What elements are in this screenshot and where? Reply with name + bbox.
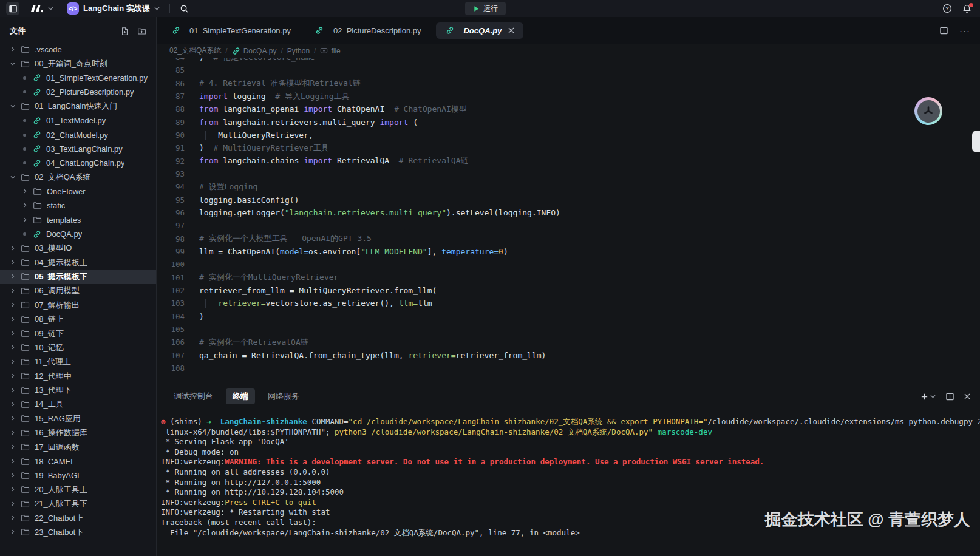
tree-item[interactable]: 02_文档QA系统 bbox=[0, 171, 156, 185]
breadcrumb-item[interactable]: file bbox=[320, 47, 340, 55]
split-panel-icon[interactable] bbox=[945, 392, 954, 401]
panel-tab[interactable]: 终端 bbox=[226, 388, 255, 404]
line-number: 103 bbox=[157, 299, 185, 308]
tree-item[interactable]: 18_CAMEL bbox=[0, 454, 156, 468]
tree-item[interactable]: 02_PictureDescription.py bbox=[0, 85, 156, 99]
chevron-right-icon[interactable] bbox=[10, 529, 16, 535]
tree-item[interactable]: 02_ChatModel.py bbox=[0, 127, 156, 141]
tree-item[interactable]: 01_TextModel.py bbox=[0, 114, 156, 127]
panel-tab[interactable]: 调试控制台 bbox=[167, 388, 220, 404]
chevron-right-icon[interactable] bbox=[22, 217, 29, 223]
chevron-right-icon[interactable] bbox=[22, 202, 29, 209]
tree-item[interactable]: 15_RAG应用 bbox=[0, 412, 156, 425]
breadcrumb-item[interactable]: Python bbox=[287, 47, 310, 55]
chevron-right-icon[interactable] bbox=[10, 359, 16, 365]
close-icon[interactable] bbox=[508, 27, 514, 33]
python-file-icon bbox=[445, 26, 454, 35]
tree-item[interactable]: 04_提示模板上 bbox=[0, 256, 156, 270]
chevron-right-icon[interactable] bbox=[10, 486, 16, 493]
panel-tab[interactable]: 网络服务 bbox=[261, 388, 306, 404]
new-file-icon[interactable] bbox=[120, 27, 129, 36]
code-line: 104) bbox=[157, 310, 980, 323]
tree-item[interactable]: 17_回调函数 bbox=[0, 440, 156, 454]
tree-item[interactable]: .vscode bbox=[0, 42, 156, 56]
chevron-right-icon[interactable] bbox=[10, 458, 16, 465]
tree-item[interactable]: 05_提示模板下 bbox=[0, 270, 156, 283]
tree-item[interactable]: 16_操作数据库 bbox=[0, 426, 156, 440]
tree-item[interactable]: 12_代理中 bbox=[0, 369, 156, 383]
chevron-right-icon[interactable] bbox=[10, 430, 16, 436]
tree-item[interactable]: OneFlower bbox=[0, 185, 156, 198]
chevron-right-icon[interactable] bbox=[10, 259, 16, 266]
chevron-right-icon[interactable] bbox=[10, 302, 16, 308]
chevron-right-icon[interactable] bbox=[10, 373, 16, 379]
layout-toggle-button[interactable] bbox=[6, 2, 19, 15]
tree-item[interactable]: 08_链上 bbox=[0, 312, 156, 326]
tree-item[interactable]: 09_链下 bbox=[0, 327, 156, 341]
editor-tab[interactable]: DocQA.py bbox=[436, 22, 523, 39]
ai-assistant-button[interactable] bbox=[914, 97, 942, 125]
close-panel-icon[interactable] bbox=[964, 393, 970, 399]
chevron-right-icon[interactable] bbox=[10, 444, 16, 450]
terminal-output[interactable]: ⊗ (shims) → LangChain-shizhanke COMMAND=… bbox=[157, 407, 980, 556]
new-folder-icon[interactable] bbox=[137, 27, 146, 36]
tree-item[interactable]: 06_调用模型 bbox=[0, 284, 156, 298]
code-line: 101# 实例化一个MultiQueryRetriever bbox=[157, 271, 980, 284]
chevron-right-icon[interactable] bbox=[22, 188, 29, 195]
chevron-right-icon[interactable] bbox=[10, 501, 16, 507]
code-editor[interactable]: 84) # 指定vectorstore_name8586# 4. Retriev… bbox=[157, 58, 980, 385]
tree-item[interactable]: 11_代理上 bbox=[0, 355, 156, 369]
tree-item[interactable]: templates bbox=[0, 213, 156, 227]
editor-scrollbar-handle[interactable] bbox=[972, 131, 980, 152]
tree-item-label: static bbox=[47, 201, 65, 210]
tree-item[interactable]: 22_Chatbot上 bbox=[0, 511, 156, 525]
chevron-right-icon[interactable] bbox=[10, 387, 16, 394]
help-button[interactable]: ? bbox=[942, 4, 952, 13]
tree-item[interactable]: 03_TextLangChain.py bbox=[0, 142, 156, 156]
tree-item[interactable]: 01_LangChain快速入门 bbox=[0, 100, 156, 114]
chevron-right-icon[interactable] bbox=[10, 245, 16, 252]
search-button[interactable] bbox=[180, 4, 189, 13]
chevron-down-icon[interactable] bbox=[10, 61, 16, 67]
chevron-down-icon[interactable] bbox=[10, 174, 16, 181]
tree-item[interactable]: 01_SimpleTextGeneration.py bbox=[0, 71, 156, 85]
file-tree[interactable]: .vscode00_开篇词_奇点时刻01_SimpleTextGeneratio… bbox=[0, 42, 156, 540]
new-terminal-button[interactable] bbox=[920, 393, 936, 401]
chevron-right-icon[interactable] bbox=[10, 515, 16, 521]
marscode-logo[interactable] bbox=[29, 4, 53, 13]
chevron-down-icon[interactable] bbox=[10, 103, 16, 110]
tree-item[interactable]: static bbox=[0, 198, 156, 212]
chevron-right-icon[interactable] bbox=[10, 344, 16, 351]
chevron-right-icon[interactable] bbox=[10, 401, 16, 408]
more-actions-icon[interactable]: ··· bbox=[959, 25, 970, 36]
editor-tab[interactable]: 01_SimpleTextGeneration.py bbox=[162, 22, 300, 39]
chevron-right-icon[interactable] bbox=[10, 273, 16, 280]
folder-icon bbox=[21, 45, 30, 54]
tree-item[interactable]: 04_ChatLongChain.py bbox=[0, 156, 156, 170]
tree-item[interactable]: DocQA.py bbox=[0, 227, 156, 241]
notifications-button[interactable] bbox=[962, 4, 971, 13]
split-editor-icon[interactable] bbox=[939, 26, 948, 35]
tree-item[interactable]: 13_代理下 bbox=[0, 383, 156, 397]
tree-item[interactable]: 19_BabyAGI bbox=[0, 469, 156, 483]
chevron-right-icon[interactable] bbox=[10, 316, 16, 323]
run-button[interactable]: 运行 bbox=[465, 2, 506, 15]
tree-item[interactable]: 03_模型IO bbox=[0, 241, 156, 255]
tree-item[interactable]: 23_Chatbot下 bbox=[0, 525, 156, 539]
tree-item[interactable]: 14_工具 bbox=[0, 398, 156, 412]
tree-item[interactable]: 21_人脉工具下 bbox=[0, 497, 156, 511]
breadcrumb-item[interactable]: 02_文档QA系统 bbox=[169, 46, 221, 56]
project-switcher[interactable]: </> LangChain 实战课 bbox=[67, 2, 160, 15]
tree-item[interactable]: 20_人脉工具上 bbox=[0, 483, 156, 497]
chevron-right-icon[interactable] bbox=[10, 46, 16, 53]
tree-item[interactable]: 10_记忆 bbox=[0, 341, 156, 354]
notification-badge bbox=[969, 3, 973, 7]
tree-item[interactable]: 07_解析输出 bbox=[0, 298, 156, 312]
chevron-right-icon[interactable] bbox=[10, 330, 16, 337]
breadcrumb-item[interactable]: DocQA.py bbox=[232, 47, 277, 55]
editor-tab[interactable]: 02_PictureDescription.py bbox=[306, 22, 430, 39]
chevron-right-icon[interactable] bbox=[10, 415, 16, 422]
tree-item[interactable]: 00_开篇词_奇点时刻 bbox=[0, 56, 156, 70]
chevron-right-icon[interactable] bbox=[10, 472, 16, 479]
chevron-right-icon[interactable] bbox=[10, 288, 16, 294]
